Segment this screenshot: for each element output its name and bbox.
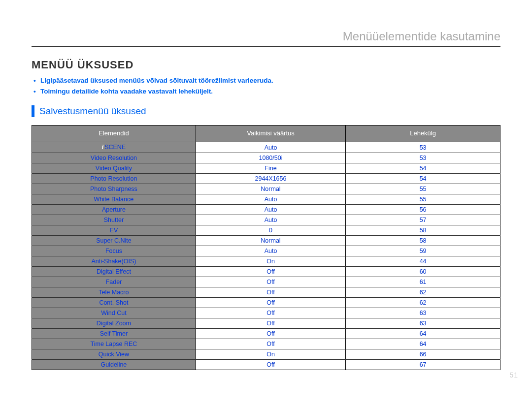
cell-default: Auto [196, 194, 345, 205]
cell-page: 59 [346, 246, 500, 256]
cell-default: 2944X1656 [196, 174, 345, 184]
col-header-element: Elemendid [32, 125, 196, 142]
cell-element: Focus [32, 246, 196, 256]
table-row: Self TimerOff64 [32, 329, 500, 339]
table-row: GuidelineOff67 [32, 360, 500, 370]
table-row: Video Resolution1080/50i53 [32, 153, 500, 163]
cell-page: 53 [346, 153, 500, 163]
breadcrumb: Menüüelementide kasutamine [32, 30, 500, 43]
cell-element: Photo Sharpness [32, 184, 196, 194]
cell-default: Auto [196, 205, 345, 215]
section-accent-bar [32, 105, 34, 117]
table-row: Time Lapse RECOff64 [32, 339, 500, 349]
cell-default: Off [196, 360, 345, 370]
page-title: MENÜÜ ÜKSUSED [32, 59, 500, 71]
table-row: iSCENEAuto53 [32, 142, 500, 153]
cell-page: 44 [346, 256, 500, 267]
cell-element: Tele Macro [32, 287, 196, 298]
cell-page: 57 [346, 215, 500, 225]
section-heading: Salvestusmenüü üksused [39, 106, 146, 117]
table-row: Super C.NiteNormal58 [32, 236, 500, 246]
cell-default: On [196, 256, 345, 267]
table-row: Digital ZoomOff63 [32, 318, 500, 329]
table-row: Photo Resolution2944X165654 [32, 174, 500, 184]
cell-element: EV [32, 225, 196, 236]
cell-element: Video Resolution [32, 153, 196, 163]
cell-page: 54 [346, 163, 500, 174]
cell-element: Time Lapse REC [32, 339, 196, 349]
cell-default: Auto [196, 246, 345, 256]
cell-page: 61 [346, 277, 500, 287]
cell-element: Self Timer [32, 329, 196, 339]
cell-page: 56 [346, 205, 500, 215]
cell-default: Normal [196, 236, 345, 246]
cell-page: 66 [346, 349, 500, 360]
cell-element: Wind Cut [32, 308, 196, 318]
cell-element: Photo Resolution [32, 174, 196, 184]
cell-default: Off [196, 308, 345, 318]
cell-default: Fine [196, 163, 345, 174]
table-row: Wind CutOff63 [32, 308, 500, 318]
table-header-row: Elemendid Vaikimisi väärtus Lehekülg [32, 125, 500, 142]
cell-element: Fader [32, 277, 196, 287]
cell-default: Off [196, 267, 345, 277]
header-divider [32, 46, 500, 47]
table-row: Photo SharpnessNormal55 [32, 184, 500, 194]
col-header-default: Vaikimisi väärtus [196, 125, 345, 142]
cell-page: 54 [346, 174, 500, 184]
cell-element: Quick View [32, 349, 196, 360]
cell-element: White Balance [32, 194, 196, 205]
cell-element-label: SCENE [104, 144, 126, 151]
cell-page: 60 [346, 267, 500, 277]
cell-element: iSCENE [32, 142, 196, 153]
page-number: 51 [509, 371, 518, 379]
cell-element: Guideline [32, 360, 196, 370]
table-row: ShutterAuto57 [32, 215, 500, 225]
cell-default: Auto [196, 215, 345, 225]
scene-mode-icon: i [102, 144, 103, 151]
cell-page: 58 [346, 236, 500, 246]
cell-page: 67 [346, 360, 500, 370]
table-row: ApertureAuto56 [32, 205, 500, 215]
table-row: Quick ViewOn66 [32, 349, 500, 360]
cell-page: 58 [346, 225, 500, 236]
cell-page: 55 [346, 194, 500, 205]
cell-page: 55 [346, 184, 500, 194]
cell-element: Video Quality [32, 163, 196, 174]
cell-default: On [196, 349, 345, 360]
cell-element: Digital Effect [32, 267, 196, 277]
cell-element: Digital Zoom [32, 318, 196, 329]
cell-page: 53 [346, 142, 500, 153]
table-row: Digital EffectOff60 [32, 267, 500, 277]
cell-default: Off [196, 329, 345, 339]
info-bullet: Toimingu detailide kohta vaadake vastava… [33, 86, 500, 97]
cell-default: Off [196, 298, 345, 308]
cell-element: Super C.Nite [32, 236, 196, 246]
cell-page: 62 [346, 298, 500, 308]
table-row: FaderOff61 [32, 277, 500, 287]
cell-default: Off [196, 339, 345, 349]
info-bullets: Ligipääsetavad üksused menüüs võivad sõl… [33, 75, 500, 96]
table-row: FocusAuto59 [32, 246, 500, 256]
cell-element: Anti-Shake(OIS) [32, 256, 196, 267]
table-row: Cont. ShotOff62 [32, 298, 500, 308]
menu-items-table: Elemendid Vaikimisi väärtus Lehekülg iSC… [32, 125, 500, 370]
cell-page: 62 [346, 287, 500, 298]
info-bullet: Ligipääsetavad üksused menüüs võivad sõl… [33, 75, 500, 86]
cell-element: Shutter [32, 215, 196, 225]
cell-default: 0 [196, 225, 345, 236]
cell-element: Cont. Shot [32, 298, 196, 308]
cell-default: Auto [196, 142, 345, 153]
cell-default: Off [196, 277, 345, 287]
table-row: Tele MacroOff62 [32, 287, 500, 298]
table-row: Video QualityFine54 [32, 163, 500, 174]
cell-default: Off [196, 287, 345, 298]
table-row: Anti-Shake(OIS)On44 [32, 256, 500, 267]
cell-default: 1080/50i [196, 153, 345, 163]
col-header-page: Lehekülg [346, 125, 500, 142]
cell-page: 64 [346, 339, 500, 349]
cell-element: Aperture [32, 205, 196, 215]
cell-page: 63 [346, 308, 500, 318]
cell-page: 63 [346, 318, 500, 329]
table-row: White BalanceAuto55 [32, 194, 500, 205]
